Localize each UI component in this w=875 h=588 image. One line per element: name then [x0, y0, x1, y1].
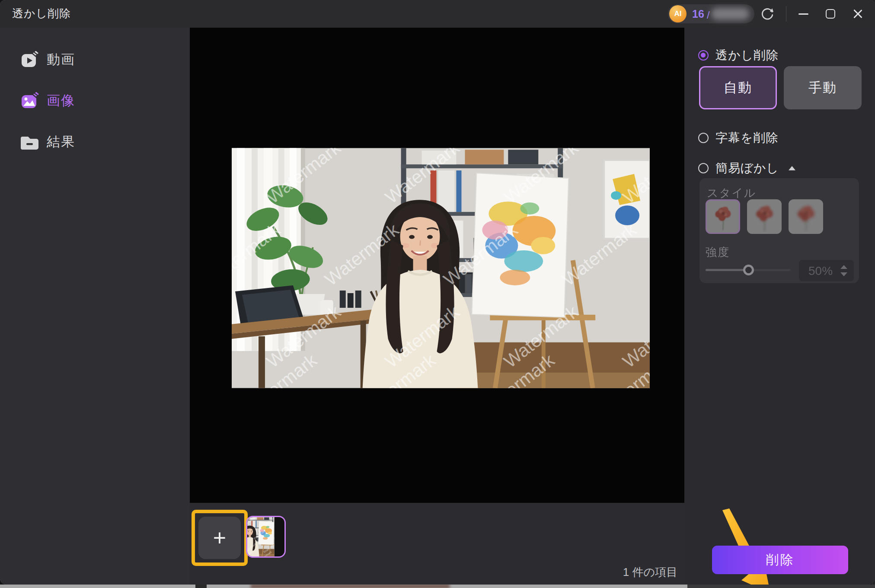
- auto-mode-label: 自動: [724, 79, 752, 97]
- sidebar: 動画 画像 結果: [0, 28, 190, 585]
- option-remove-watermark[interactable]: 透かし削除: [698, 47, 779, 64]
- radio-selected-icon[interactable]: [698, 50, 709, 61]
- background-window-bottom-right: [687, 585, 875, 588]
- refresh-button[interactable]: [758, 4, 777, 23]
- blur-style-preview: [789, 199, 823, 234]
- minimize-icon: [798, 13, 808, 15]
- sidebar-item-label: 画像: [47, 92, 75, 110]
- maximize-button[interactable]: [821, 4, 840, 23]
- app-window: 透かし削除 AI 16 /: [0, 0, 875, 585]
- blur-settings-panel: スタイル 強度 50%: [699, 178, 859, 283]
- ai-credits-pill[interactable]: AI 16 /: [668, 4, 754, 23]
- file-thumbnail-image: [247, 517, 284, 556]
- strength-slider-fill: [706, 269, 748, 271]
- video-eraser-icon: [20, 49, 41, 70]
- add-button-highlight-annotation: [192, 510, 248, 566]
- settings-panel: 透かし削除 自動 手動 字幕を削除 簡易ぼかし スタイル: [684, 28, 872, 585]
- option-label: 透かし削除: [715, 47, 779, 64]
- minimize-button[interactable]: [794, 4, 813, 23]
- file-thumbnail-selected[interactable]: [246, 516, 286, 558]
- blur-style-option-3[interactable]: [789, 199, 823, 234]
- manual-mode-button[interactable]: 手動: [784, 66, 862, 109]
- option-label: 字幕を削除: [715, 130, 779, 146]
- ai-badge-icon: AI: [669, 5, 687, 22]
- screen: WatermarkWatermarkWatermarkWatermarkWate…: [0, 0, 875, 588]
- close-icon: [853, 9, 863, 19]
- blur-style-preview: [707, 201, 739, 233]
- background-window-content: [251, 585, 450, 588]
- credits-total-redacted: [711, 8, 749, 20]
- spinner-down-icon[interactable]: [840, 272, 847, 276]
- auto-mode-button[interactable]: 自動: [699, 66, 777, 109]
- credits-used: 16: [692, 8, 704, 20]
- image-eraser-icon: [20, 90, 41, 111]
- blur-style-option-1[interactable]: [706, 199, 740, 234]
- sidebar-item-image[interactable]: 画像: [0, 89, 190, 113]
- strength-value: 50%: [808, 264, 833, 278]
- collapse-arrow-icon[interactable]: [789, 166, 795, 170]
- sidebar-item-label: 動画: [47, 51, 75, 69]
- titlebar-divider: [786, 6, 786, 22]
- background-window-notch: [195, 585, 207, 588]
- results-folder-icon: [20, 131, 41, 152]
- radio-unselected-icon[interactable]: [698, 163, 709, 173]
- delete-button[interactable]: 削除: [712, 546, 848, 574]
- items-count: 1 件の項目: [575, 565, 677, 580]
- option-label: 簡易ぼかし: [715, 160, 779, 176]
- sidebar-item-video[interactable]: 動画: [0, 48, 190, 72]
- titlebar: 透かし削除 AI 16 /: [0, 0, 875, 28]
- preview-image: [232, 148, 650, 388]
- blur-style-preview: [747, 199, 782, 234]
- style-label: スタイル: [707, 185, 756, 201]
- strength-value-box[interactable]: 50%: [799, 260, 854, 281]
- spinner-up-icon[interactable]: [840, 265, 847, 269]
- window-title: 透かし削除: [12, 0, 71, 28]
- refresh-icon: [760, 6, 775, 21]
- strength-slider-handle[interactable]: [743, 265, 754, 275]
- option-remove-subtitles[interactable]: 字幕を削除: [698, 130, 779, 146]
- radio-unselected-icon[interactable]: [698, 133, 709, 143]
- blur-style-option-2[interactable]: [747, 199, 782, 234]
- sidebar-item-results[interactable]: 結果: [0, 130, 190, 154]
- close-button[interactable]: [848, 4, 867, 23]
- maximize-icon: [826, 9, 835, 19]
- option-simple-blur[interactable]: 簡易ぼかし: [698, 160, 795, 176]
- sidebar-item-label: 結果: [47, 133, 75, 151]
- delete-button-label: 削除: [766, 551, 795, 569]
- manual-mode-label: 手動: [808, 79, 837, 97]
- credits-separator: /: [707, 9, 710, 21]
- strength-label: 強度: [706, 245, 730, 260]
